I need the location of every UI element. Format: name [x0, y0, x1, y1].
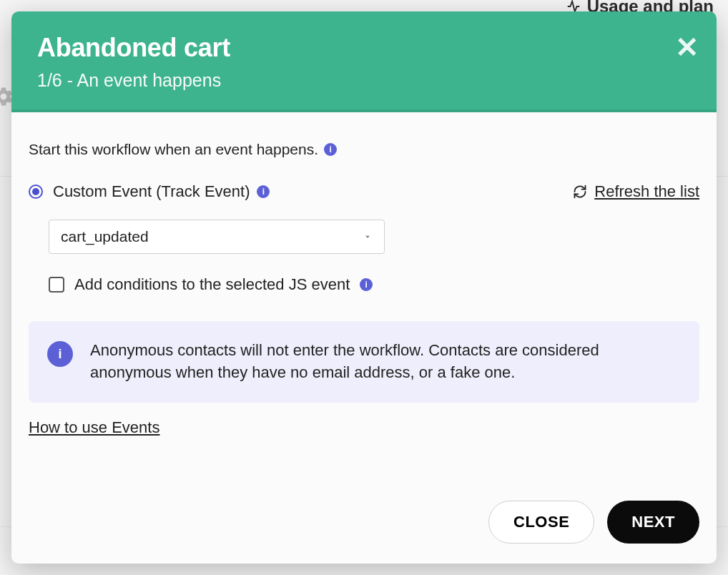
refresh-list-link[interactable]: Refresh the list	[573, 182, 699, 201]
anonymous-notice: i Anonymous contacts will not enter the …	[29, 321, 699, 403]
modal-footer: CLOSE NEXT	[11, 501, 717, 564]
howto-events-label: How to use Events	[29, 418, 159, 436]
close-icon[interactable]: ✕	[675, 33, 699, 62]
info-icon[interactable]: i	[324, 143, 337, 156]
anonymous-notice-text: Anonymous contacts will not enter the wo…	[90, 340, 681, 384]
custom-event-label-wrap: Custom Event (Track Event) i	[53, 182, 270, 201]
chevron-down-icon	[363, 228, 373, 245]
modal-body: Start this workflow when an event happen…	[11, 112, 717, 501]
event-type-radio-group: Custom Event (Track Event) i	[29, 182, 270, 201]
modal-title: Abandoned cart	[37, 33, 691, 63]
close-button[interactable]: CLOSE	[488, 501, 594, 544]
intro-text: Start this workflow when an event happen…	[29, 141, 318, 158]
event-select-value: cart_updated	[61, 228, 149, 245]
workflow-step-modal: Abandoned cart 1/6 - An event happens ✕ …	[11, 11, 717, 564]
howto-events-link[interactable]: How to use Events	[29, 418, 699, 437]
refresh-list-label: Refresh the list	[594, 182, 699, 201]
custom-event-label: Custom Event (Track Event)	[53, 182, 250, 201]
modal-header: Abandoned cart 1/6 - An event happens ✕	[11, 11, 717, 112]
info-icon: i	[47, 341, 73, 367]
intro-text-row: Start this workflow when an event happen…	[29, 141, 699, 158]
event-type-row: Custom Event (Track Event) i Refresh the…	[29, 182, 699, 201]
next-button[interactable]: NEXT	[607, 501, 699, 544]
conditions-checkbox-row: Add conditions to the selected JS event …	[49, 275, 699, 294]
custom-event-radio[interactable]	[29, 185, 43, 199]
modal-step-indicator: 1/6 - An event happens	[37, 70, 691, 91]
event-select[interactable]: cart_updated	[49, 220, 385, 254]
radio-selected-indicator	[32, 188, 39, 195]
info-icon[interactable]: i	[257, 185, 270, 198]
refresh-icon	[573, 185, 587, 199]
conditions-checkbox[interactable]	[49, 277, 64, 293]
conditions-checkbox-label: Add conditions to the selected JS event	[74, 275, 350, 294]
info-icon[interactable]: i	[360, 278, 373, 291]
